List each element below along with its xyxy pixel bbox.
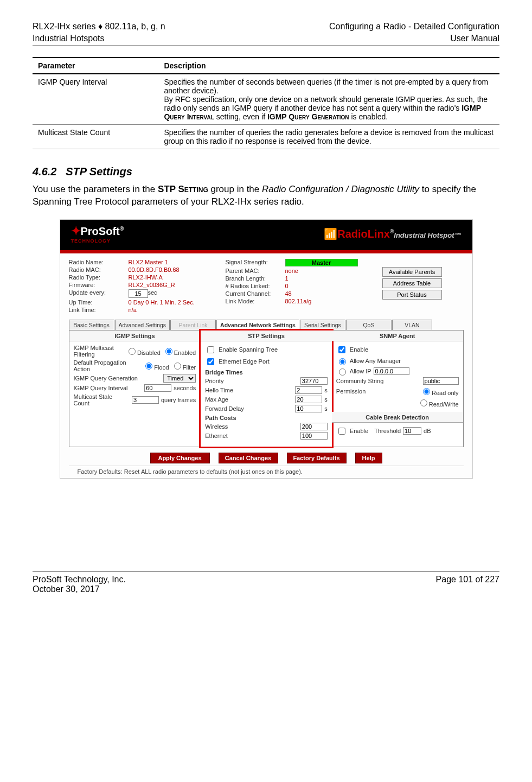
address-table-button[interactable]: Address Table (382, 278, 442, 288)
value: 00.0D.8D.F0.B0.68 (129, 266, 180, 273)
body-bold: STP Setting (158, 184, 208, 194)
label: Allow Any Manager (350, 358, 401, 364)
read-write-radio[interactable] (420, 399, 427, 406)
igmp-gen-label: IGMP Query Generation (74, 375, 162, 382)
label: Hello Time (205, 387, 293, 393)
body-italic: Radio Configuration / Diagnostic Utility (262, 184, 419, 194)
param-name: Multicast State Count (33, 125, 158, 149)
desc-bold: IGMP Query Generation (267, 112, 349, 121)
unit: s (324, 387, 328, 393)
forward-delay-input[interactable] (295, 405, 322, 412)
allow-any-manager-radio[interactable] (339, 358, 346, 365)
factory-defaults-note: Factory Defaults: Reset ALL radio parame… (69, 466, 464, 475)
label: Wireless (205, 423, 298, 430)
label: Enable Spanning Tree (219, 346, 278, 353)
unit: sec (148, 289, 157, 298)
label: Signal Strength: (226, 259, 285, 266)
label: Radio Type: (69, 274, 129, 281)
igmp-stale-label: Multicast Stale Count (74, 393, 130, 406)
read-only-radio[interactable] (423, 388, 430, 395)
allow-ip-radio[interactable] (339, 368, 346, 376)
igmp-filter-radio[interactable] (174, 363, 181, 370)
config-ui-panel: ✦ProSoft® TECHNOLOGY 📶RadioLinx®Industri… (60, 219, 473, 479)
update-interval-input[interactable] (129, 289, 148, 298)
priority-input[interactable] (300, 377, 328, 385)
header-left-2: Industrial Hotspots (33, 34, 105, 43)
radiolinx-logo: 📶RadioLinx®Industrial Hotspot™ (324, 227, 461, 240)
table-row: Multicast State Count Specifies the numb… (33, 125, 499, 149)
value: n/a (129, 307, 137, 313)
header-right-2: User Manual (450, 34, 499, 43)
desc-part: Specifies the number of seconds between … (164, 78, 488, 95)
status-col-mid: Signal Strength:Master Parent MAC:none B… (226, 258, 371, 314)
help-button[interactable]: Help (355, 453, 382, 463)
path-costs-heading: Path Costs (205, 415, 328, 421)
label: Community String (336, 378, 421, 384)
enable-spanning-tree-checkbox[interactable] (207, 346, 214, 353)
cancel-changes-button[interactable]: Cancel Changes (219, 453, 278, 463)
footer-company: ProSoft Technology, Inc. (33, 575, 126, 584)
label: Max Age (205, 396, 293, 403)
status-col-left: Radio Name:RLX2 Master 1 Radio MAC:00.0D… (69, 258, 215, 314)
value: 0 (285, 283, 289, 289)
hello-time-input[interactable] (295, 386, 322, 394)
status-area: Radio Name:RLX2 Master 1 Radio MAC:00.0D… (60, 253, 472, 316)
cable-enable-checkbox[interactable] (338, 428, 345, 435)
tab-qos[interactable]: QoS (346, 320, 392, 330)
igmp-int-input[interactable] (144, 384, 171, 392)
param-name: IGMP Query Interval (33, 74, 158, 125)
rl-text: RadioLinx (337, 228, 390, 240)
ethernet-cost-input[interactable] (300, 432, 328, 440)
label: Allow IP (350, 368, 371, 374)
community-string-input[interactable] (423, 377, 459, 385)
unit: s (324, 396, 328, 403)
value: RLX2_v0036G_R (129, 282, 175, 288)
apply-changes-button[interactable]: Apply Changes (150, 453, 210, 463)
snmp-enable-checkbox[interactable] (338, 346, 345, 353)
tab-vlan[interactable]: VLAN (392, 320, 432, 330)
unit: seconds (174, 385, 196, 391)
section-title: STP Settings (66, 166, 132, 177)
desc-part: By RFC specification, only one device on… (164, 95, 488, 112)
page-footer: ProSoft Technology, Inc. October 30, 201… (33, 571, 499, 594)
label: Enable (350, 346, 368, 353)
max-age-input[interactable] (295, 396, 322, 403)
unit: dB (424, 428, 431, 434)
stp-title: STP Settings (201, 330, 332, 341)
value: none (285, 268, 298, 274)
label: Ethernet (205, 433, 298, 439)
igmp-disabled-radio[interactable] (129, 348, 136, 355)
label: Radio MAC: (69, 266, 129, 273)
port-status-button[interactable]: Port Status (382, 290, 442, 300)
wireless-cost-input[interactable] (300, 423, 328, 430)
tab-advanced[interactable]: Advanced Settings (115, 320, 170, 330)
value: 48 (285, 290, 292, 297)
tab-basic[interactable]: Basic Settings (69, 320, 114, 330)
threshold-input[interactable] (403, 427, 421, 435)
label: Firmware: (69, 282, 129, 288)
snmp-column: SNMP Agent Enable Allow Any Manager Allo… (332, 330, 463, 447)
label: Forward Delay (205, 405, 293, 412)
label: Parent MAC: (226, 268, 285, 274)
value: RLX2 Master 1 (129, 259, 168, 265)
param-desc: Specifies the number of queries the radi… (158, 125, 499, 149)
allow-ip-input[interactable] (374, 367, 409, 375)
label: Current Channel: (226, 290, 285, 297)
table-row: IGMP Query Interval Specifies the number… (33, 74, 499, 125)
igmp-column: IGMP Settings IGMP Multicast Filtering D… (69, 330, 201, 447)
section-number: 4.6.2 (33, 166, 56, 177)
igmp-flood-radio[interactable] (145, 363, 152, 370)
th-parameter: Parameter (33, 58, 158, 74)
igmp-gen-select[interactable]: Timed Interval (163, 374, 196, 383)
label: Up Time: (69, 299, 129, 306)
value: 1 (285, 275, 289, 282)
factory-defaults-button[interactable]: Factory Defaults (287, 453, 347, 463)
igmp-enabled-radio[interactable] (165, 348, 172, 355)
igmp-stale-input[interactable] (132, 396, 159, 404)
value: 0 Day 0 Hr. 1 Min. 2 Sec. (129, 299, 195, 306)
label: Link Mode: (226, 298, 285, 304)
available-parents-button[interactable]: Available Parents (382, 267, 442, 277)
prosoft-logo: ✦ProSoft® TECHNOLOGY (71, 224, 124, 244)
signal-master-badge: Master (285, 259, 358, 266)
ethernet-edge-port-checkbox[interactable] (207, 358, 214, 365)
